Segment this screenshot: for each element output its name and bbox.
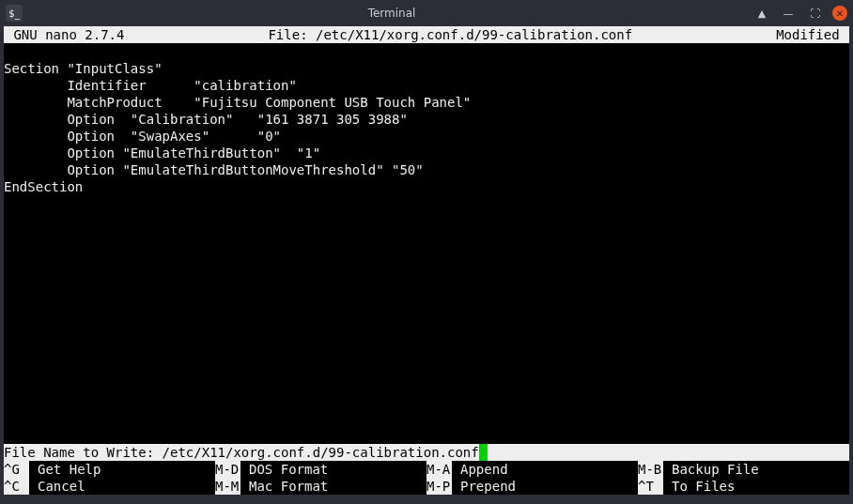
shortcut-item: ^CCancel <box>4 478 215 495</box>
shortcut-key: ^T <box>638 478 663 495</box>
shortcut-label: Append <box>452 461 508 478</box>
nano-app-name: GNU nano 2.7.4 <box>6 26 124 43</box>
shortcut-key: M-A <box>426 461 452 478</box>
shortcut-item: ^GGet Help <box>4 461 215 478</box>
shortcut-label: DOS Format <box>240 461 328 478</box>
window-titlebar: $_ Terminal ▲ — ⛶ ✕ <box>0 0 853 26</box>
terminal-viewport[interactable]: GNU nano 2.7.4 File: /etc/X11/xorg.conf.… <box>4 26 849 495</box>
shortcut-key: ^G <box>4 461 29 478</box>
shortcut-item: ^TTo Files <box>638 478 849 495</box>
content-line: MatchProduct "Fujitsu Component USB Touc… <box>4 94 849 111</box>
shortcut-label: To Files <box>663 478 735 495</box>
shortcut-label: Cancel <box>29 478 85 495</box>
shortcut-label: Prepend <box>452 478 516 495</box>
minimize-button[interactable]: — <box>780 5 797 22</box>
shortcut-item: M-AAppend <box>426 461 638 478</box>
write-prompt-value[interactable]: /etc/X11/xorg.conf.d/99-calibration.conf <box>163 444 479 461</box>
file-content: Section "InputClass" Identifier "calibra… <box>4 60 849 444</box>
shortcut-key: M-M <box>215 478 240 495</box>
nano-shortcuts: ^GGet HelpM-DDOS FormatM-AAppendM-BBacku… <box>4 461 849 495</box>
content-line: Option "SwapAxes" "0" <box>4 128 849 145</box>
content-line: EndSection <box>4 178 849 195</box>
close-button[interactable]: ✕ <box>832 6 847 21</box>
nano-file-label: File: /etc/X11/xorg.conf.d/99-calibratio… <box>124 26 776 43</box>
content-line: Option "Calibration" "161 3871 305 3988" <box>4 111 849 128</box>
shortcut-key: M-P <box>426 478 452 495</box>
content-line: Identifier "calibration" <box>4 77 849 94</box>
shortcut-label: Get Help <box>29 461 101 478</box>
write-prompt-label: File Name to Write: <box>4 444 163 461</box>
maximize-button[interactable]: ⛶ <box>806 5 823 22</box>
shortcut-label: Backup File <box>663 461 759 478</box>
shortcut-label: Mac Format <box>240 478 328 495</box>
text-cursor <box>479 444 488 461</box>
content-line: Option "EmulateThirdButtonMoveThreshold"… <box>4 161 849 178</box>
content-line: Section "InputClass" <box>4 60 849 77</box>
shortcut-item: M-BBackup File <box>638 461 849 478</box>
terminal-icon: $_ <box>6 5 23 22</box>
shortcut-item: M-MMac Format <box>215 478 426 495</box>
shortcut-key: M-B <box>638 461 663 478</box>
shortcut-item: M-PPrepend <box>426 478 638 495</box>
shortcut-key: ^C <box>4 478 29 495</box>
eject-icon[interactable]: ▲ <box>753 5 770 22</box>
content-line: Option "EmulateThirdButton" "1" <box>4 145 849 161</box>
shortcut-item: M-DDOS Format <box>215 461 426 478</box>
write-prompt[interactable]: File Name to Write: /etc/X11/xorg.conf.d… <box>4 444 849 461</box>
shortcut-key: M-D <box>215 461 240 478</box>
nano-header: GNU nano 2.7.4 File: /etc/X11/xorg.conf.… <box>4 26 849 43</box>
window-title: Terminal <box>30 7 753 20</box>
nano-status: Modified <box>776 26 847 43</box>
